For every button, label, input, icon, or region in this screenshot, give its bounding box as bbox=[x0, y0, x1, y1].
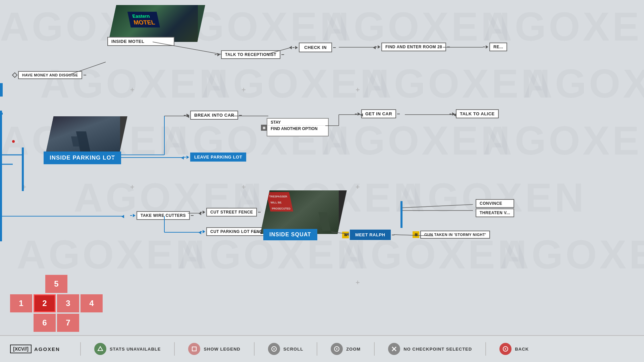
cut-street-fence-node[interactable]: CUT STREET FENCE bbox=[206, 208, 257, 217]
no-checkpoint-button[interactable]: NO CHECKPOINT SELECTED bbox=[388, 343, 472, 355]
svg-rect-38 bbox=[400, 201, 402, 228]
brand-name: AGOXEN bbox=[34, 346, 60, 352]
toolbar: [XCV//] AGOXEN STATS UNAVAILABLE SHOW LE… bbox=[0, 335, 644, 362]
gun-taken-container: ⊠ GUN TAKEN IN 'STORMY NIGHT' bbox=[413, 231, 490, 239]
inside-motel-node[interactable]: INSIDE MOTEL bbox=[107, 37, 174, 46]
back-icon bbox=[499, 343, 512, 355]
zoom-icon bbox=[331, 343, 343, 355]
talk-alice-container: TALK TO ALICE bbox=[449, 109, 499, 118]
talk-receptionist-container: TALK TO RECEPTIONIST bbox=[215, 50, 284, 59]
find-another-option[interactable]: FIND ANOTHER OPTION bbox=[267, 126, 328, 132]
have-money-node-container: HAVE MONEY AND DISGUISE bbox=[13, 71, 86, 79]
squat-scene-image: TRESPASSER WILL BE PROSECUTED bbox=[260, 190, 347, 234]
check-in-container: CHECK IN bbox=[292, 43, 336, 52]
crosshair-1: + bbox=[22, 183, 26, 191]
motel-scene-image: Eastern MOTEL bbox=[108, 5, 205, 42]
svg-marker-4 bbox=[289, 46, 292, 49]
chapter-tile-4[interactable]: 4 bbox=[80, 294, 103, 312]
find-enter-room-node[interactable]: FIND AND ENTER ROOM 28 bbox=[381, 43, 446, 51]
re-node-container: RE... bbox=[483, 43, 507, 51]
brand-container: [XCV//] AGOXEN bbox=[10, 345, 60, 353]
branch-icon: ⊠ bbox=[261, 125, 267, 131]
crosshair-2: + bbox=[130, 183, 135, 191]
back-button[interactable]: BACK bbox=[499, 343, 529, 355]
find-enter-room-container: FIND AND ENTER ROOM 28 bbox=[375, 43, 450, 51]
svg-rect-24 bbox=[0, 201, 2, 241]
brand-box: [XCV//] bbox=[10, 345, 32, 353]
inside-squat-node[interactable]: INSIDE SQUAT bbox=[263, 229, 317, 240]
chapter-tile-1[interactable]: 1 bbox=[10, 294, 32, 312]
no-checkpoint-icon bbox=[388, 343, 400, 355]
threaten-node[interactable]: THREATEN V... bbox=[476, 208, 514, 217]
break-into-car-container: BREAK INTO CAR bbox=[184, 111, 242, 120]
chapter-tile-7[interactable]: 7 bbox=[57, 314, 79, 332]
meet-ralph-node[interactable]: MEET RALPH bbox=[350, 230, 391, 240]
talk-to-alice-node[interactable]: TALK TO ALICE bbox=[456, 109, 499, 118]
chapter-tile-5[interactable]: 5 bbox=[45, 275, 67, 293]
break-into-car-node[interactable]: BREAK INTO CAR bbox=[190, 111, 238, 120]
flow-canvas[interactable]: AGOXEN AGOXEN AGOXEN AGOXEN AGOXEN AGOXE… bbox=[0, 0, 644, 362]
meet-ralph-container: ⊠ MEET RALPH bbox=[342, 230, 394, 240]
scroll-button[interactable]: SCROLL bbox=[268, 343, 303, 355]
legend-icon bbox=[188, 343, 200, 355]
cut-street-fence-container: CUT STREET FENCE bbox=[200, 208, 261, 217]
chapter-tiles: 5 1 2 3 4 6 7 bbox=[10, 275, 103, 332]
branch-group: STAY FIND ANOTHER OPTION bbox=[267, 118, 329, 136]
svg-marker-39 bbox=[98, 347, 103, 351]
talk-receptionist-node[interactable]: TALK TO RECEPTIONIST bbox=[221, 50, 280, 59]
chapter-tile-3[interactable]: 3 bbox=[57, 294, 79, 312]
get-in-car-node[interactable]: GET IN CAR bbox=[361, 109, 396, 118]
crosshair-7: + bbox=[356, 183, 360, 191]
convince-threaten-container: CONVINCE THREATEN V... bbox=[476, 199, 514, 217]
svg-point-48 bbox=[505, 348, 506, 350]
check-in-node[interactable]: CHECK IN bbox=[299, 43, 332, 52]
svg-point-44 bbox=[336, 348, 337, 350]
svg-line-36 bbox=[400, 204, 473, 208]
left-indicator-1 bbox=[0, 83, 3, 97]
crosshair-4: + bbox=[356, 85, 360, 94]
stay-option[interactable]: STAY bbox=[267, 119, 328, 126]
convince-node[interactable]: CONVINCE bbox=[476, 199, 514, 208]
svg-rect-7 bbox=[0, 111, 2, 218]
leave-parking-lot-node[interactable]: LEAVE PARKING LOT bbox=[190, 153, 246, 162]
crosshair-5: + bbox=[130, 85, 135, 94]
svg-marker-23 bbox=[181, 156, 184, 160]
stats-unavailable-button[interactable]: STATS UNAVAILABLE bbox=[94, 343, 161, 355]
inside-squat-label-container: INSIDE SQUAT bbox=[263, 229, 317, 240]
chapter-tile-6[interactable]: 6 bbox=[34, 314, 56, 332]
take-wire-cutters-container: TAKE WIRE CUTTERS bbox=[130, 211, 194, 220]
crosshair-3: + bbox=[241, 183, 246, 191]
svg-marker-26 bbox=[121, 215, 124, 218]
gun-taken-node[interactable]: GUN TAKEN IN 'STORMY NIGHT' bbox=[420, 231, 490, 239]
red-dot bbox=[12, 140, 15, 143]
take-wire-cutters-node[interactable]: TAKE WIRE CUTTERS bbox=[137, 211, 190, 220]
have-money-disguise-node[interactable]: HAVE MONEY AND DISGUISE bbox=[18, 71, 82, 79]
crosshair-8: + bbox=[356, 278, 360, 287]
zoom-button[interactable]: ZOOM bbox=[331, 343, 361, 355]
parking-lot-scene-image bbox=[46, 116, 127, 153]
diamond-icon bbox=[12, 72, 18, 78]
get-in-car-container: GET IN CAR bbox=[355, 109, 400, 118]
crosshair-6: + bbox=[241, 85, 246, 94]
cut-parking-lot-fence-node[interactable]: CUT PARKING LOT FENCE bbox=[206, 227, 269, 236]
leave-parking-lot-container: LEAVE PARKING LOT bbox=[184, 153, 246, 162]
stats-icon bbox=[94, 343, 106, 355]
re-node[interactable]: RE... bbox=[489, 43, 507, 51]
show-legend-button[interactable]: SHOW LEGEND bbox=[188, 343, 240, 355]
parking-lot-label-container: INSIDE PARKING LOT bbox=[44, 152, 121, 164]
svg-point-42 bbox=[273, 348, 275, 350]
inside-parking-lot-node[interactable]: INSIDE PARKING LOT bbox=[44, 152, 121, 164]
scroll-icon bbox=[268, 343, 280, 355]
chapter-tile-2-active[interactable]: 2 bbox=[34, 294, 56, 312]
svg-rect-40 bbox=[192, 347, 196, 351]
left-indicator-2 bbox=[0, 113, 3, 115]
